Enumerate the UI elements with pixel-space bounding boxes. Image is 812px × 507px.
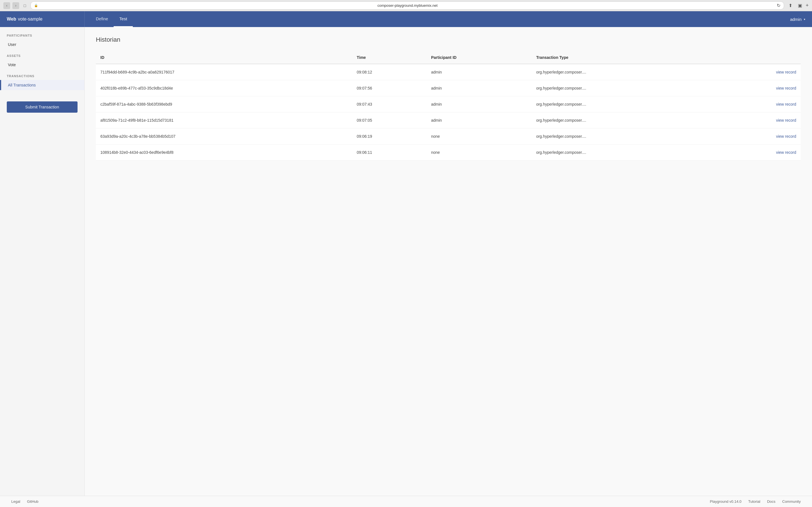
footer-version: Playground v0.14.0 bbox=[710, 499, 742, 504]
app-header: Web vote-sample Define Test admin ▾ bbox=[0, 11, 812, 27]
cell-time: 09:08:12 bbox=[352, 64, 426, 80]
cell-transaction-type: org.hyperledger.composer.... bbox=[532, 112, 712, 128]
table-header-row: ID Time Participant ID Transaction Type bbox=[96, 51, 801, 64]
logo-web: Web bbox=[7, 17, 16, 22]
footer-community[interactable]: Community bbox=[782, 499, 801, 504]
table-row: af81509a-71c2-49f8-b81e-115d15d7318109:0… bbox=[96, 112, 801, 128]
url-bar[interactable]: 🔒 composer-playground.mybluemix.net ↻ bbox=[31, 1, 784, 10]
browser-actions: ⬆ ▣ + bbox=[786, 2, 809, 10]
lock-icon: 🔒 bbox=[34, 4, 38, 7]
refresh-button[interactable]: ↻ bbox=[777, 3, 780, 8]
cell-view-record: view record bbox=[712, 128, 801, 145]
cell-id: c2baf59f-871a-4abc-9388-5b63f398ebd9 bbox=[96, 96, 352, 112]
tabs-button[interactable]: ▣ bbox=[796, 2, 804, 10]
table-row: c2baf59f-871a-4abc-9388-5b63f398ebd909:0… bbox=[96, 96, 801, 112]
view-record-link[interactable]: view record bbox=[776, 150, 796, 155]
nav-test[interactable]: Test bbox=[114, 11, 133, 27]
cell-id: 108914b8-32e0-4434-ac03-6edf6e9e4bf8 bbox=[96, 145, 352, 161]
cell-view-record: view record bbox=[712, 96, 801, 112]
submit-transaction-button[interactable]: Submit Transaction bbox=[7, 101, 78, 113]
table-header: ID Time Participant ID Transaction Type bbox=[96, 51, 801, 64]
cell-time: 09:06:19 bbox=[352, 128, 426, 145]
participants-label: PARTICIPANTS bbox=[0, 34, 84, 40]
browser-chrome: ‹ › □ 🔒 composer-playground.mybluemix.ne… bbox=[0, 0, 812, 11]
cell-transaction-type: org.hyperledger.composer.... bbox=[532, 128, 712, 145]
app-footer: Legal GitHub Playground v0.14.0 Tutorial… bbox=[0, 496, 812, 507]
cell-transaction-type: org.hyperledger.composer.... bbox=[532, 64, 712, 80]
app-nav: Define Test bbox=[85, 11, 783, 27]
sidebar-item-user[interactable]: User bbox=[0, 40, 84, 50]
cell-id: af81509a-71c2-49f8-b81e-115d15d73181 bbox=[96, 112, 352, 128]
view-record-link[interactable]: view record bbox=[776, 118, 796, 122]
table-row: 402f018b-e89b-477c-af33-35c9dbc18d4e09:0… bbox=[96, 80, 801, 96]
footer-github[interactable]: GitHub bbox=[27, 499, 38, 504]
cell-transaction-type: org.hyperledger.composer.... bbox=[532, 145, 712, 161]
cell-participant-id: admin bbox=[426, 64, 532, 80]
assets-label: ASSETS bbox=[0, 54, 84, 60]
footer-legal[interactable]: Legal bbox=[11, 499, 20, 504]
app-logo: Web vote-sample bbox=[0, 11, 85, 27]
cell-participant-id: admin bbox=[426, 80, 532, 96]
page-title: Historian bbox=[96, 36, 801, 43]
cell-transaction-type: org.hyperledger.composer.... bbox=[532, 96, 712, 112]
col-participant-id: Participant ID bbox=[426, 51, 532, 64]
cell-participant-id: none bbox=[426, 145, 532, 161]
view-record-link[interactable]: view record bbox=[776, 134, 796, 138]
cell-time: 09:07:56 bbox=[352, 80, 426, 96]
user-chevron-icon: ▾ bbox=[804, 18, 805, 21]
cell-id: 711f94dd-b689-4c9b-a2bc-a0a629176017 bbox=[96, 64, 352, 80]
historian-table: ID Time Participant ID Transaction Type … bbox=[96, 51, 801, 161]
back-button[interactable]: ‹ bbox=[3, 2, 10, 9]
main-content: Historian ID Time Participant ID Transac… bbox=[85, 27, 812, 496]
table-row: 63a93d9a-a20c-4c3b-a78e-bb5384b5d10709:0… bbox=[96, 128, 801, 145]
share-button[interactable]: ⬆ bbox=[786, 2, 794, 10]
col-time: Time bbox=[352, 51, 426, 64]
cell-time: 09:07:43 bbox=[352, 96, 426, 112]
view-record-link[interactable]: view record bbox=[776, 102, 796, 107]
forward-button[interactable]: › bbox=[12, 2, 19, 9]
footer-docs[interactable]: Docs bbox=[767, 499, 776, 504]
user-label: admin bbox=[790, 17, 802, 22]
transactions-label: TRANSACTIONS bbox=[0, 74, 84, 80]
cell-time: 09:06:11 bbox=[352, 145, 426, 161]
sidebar-toggle-button[interactable]: □ bbox=[21, 2, 28, 9]
cell-time: 09:07:05 bbox=[352, 112, 426, 128]
sidebar-item-all-transactions[interactable]: All Transactions bbox=[0, 80, 84, 90]
url-text: composer-playground.mybluemix.net bbox=[40, 3, 775, 8]
cell-view-record: view record bbox=[712, 112, 801, 128]
footer-tutorial[interactable]: Tutorial bbox=[748, 499, 760, 504]
col-actions bbox=[712, 51, 801, 64]
cell-participant-id: admin bbox=[426, 96, 532, 112]
col-id: ID bbox=[96, 51, 352, 64]
footer-links: Legal GitHub bbox=[11, 499, 38, 504]
view-record-link[interactable]: view record bbox=[776, 70, 796, 74]
sidebar-submit-area: Submit Transaction bbox=[7, 101, 78, 113]
nav-define[interactable]: Define bbox=[90, 11, 114, 27]
cell-transaction-type: org.hyperledger.composer.... bbox=[532, 80, 712, 96]
logo-name: vote-sample bbox=[18, 17, 42, 22]
table-row: 711f94dd-b689-4c9b-a2bc-a0a62917601709:0… bbox=[96, 64, 801, 80]
sidebar-item-vote[interactable]: Vote bbox=[0, 60, 84, 70]
cell-participant-id: none bbox=[426, 128, 532, 145]
table-row: 108914b8-32e0-4434-ac03-6edf6e9e4bf809:0… bbox=[96, 145, 801, 161]
sidebar: PARTICIPANTS User ASSETS Vote TRANSACTIO… bbox=[0, 27, 85, 496]
cell-view-record: view record bbox=[712, 145, 801, 161]
user-menu[interactable]: admin ▾ bbox=[783, 11, 812, 27]
cell-id: 63a93d9a-a20c-4c3b-a78e-bb5384b5d107 bbox=[96, 128, 352, 145]
new-tab-button[interactable]: + bbox=[806, 2, 809, 10]
footer-right: Playground v0.14.0 Tutorial Docs Communi… bbox=[710, 499, 801, 504]
app-body: PARTICIPANTS User ASSETS Vote TRANSACTIO… bbox=[0, 27, 812, 496]
cell-participant-id: admin bbox=[426, 112, 532, 128]
col-transaction-type: Transaction Type bbox=[532, 51, 712, 64]
table-body: 711f94dd-b689-4c9b-a2bc-a0a62917601709:0… bbox=[96, 64, 801, 161]
view-record-link[interactable]: view record bbox=[776, 86, 796, 91]
cell-id: 402f018b-e89b-477c-af33-35c9dbc18d4e bbox=[96, 80, 352, 96]
cell-view-record: view record bbox=[712, 80, 801, 96]
cell-view-record: view record bbox=[712, 64, 801, 80]
